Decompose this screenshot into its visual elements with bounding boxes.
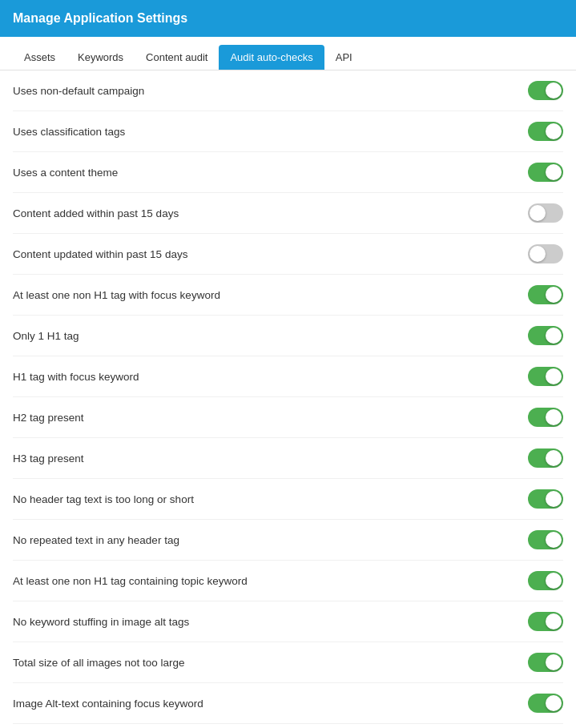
setting-label-no-repeated-text-in-header-tag: No repeated text in any header tag [13,534,179,546]
toggle-track-uses-content-theme [528,163,563,182]
toggle-thumb-uses-non-default-campaign [546,82,562,99]
toggle-no-keyword-stuffing-image-alt-tags[interactable] [528,612,563,631]
toggle-track-at-least-one-non-h1-topic-keyword [528,571,563,590]
setting-row-h3-tag-present: H3 tag present [13,438,563,479]
setting-row-h2-tag-present: H2 tag present [13,397,563,438]
toggle-image-alt-text-containing-focus-keyword[interactable] [528,694,563,713]
toggle-no-header-tag-text-too-long-or-short[interactable] [528,489,563,509]
toggle-total-size-of-all-images-not-too-large[interactable] [528,653,563,672]
page-title: Manage Application Settings [13,11,187,25]
setting-row-image-alt-text-containing-focus-keyword: Image Alt-text containing focus keyword [13,683,563,724]
toggle-thumb-content-added-within-past-15-days [530,205,546,221]
toggle-thumb-total-size-of-all-images-not-too-large [546,654,562,670]
setting-label-uses-classification-tags: Uses classification tags [13,126,125,138]
setting-label-no-header-tag-text-too-long-or-short: No header tag text is too long or short [13,493,194,505]
toggle-no-repeated-text-in-header-tag[interactable] [528,530,563,549]
toggle-thumb-uses-classification-tags [546,123,562,139]
toggle-thumb-at-least-one-non-h1-topic-keyword [546,573,562,589]
setting-row-content-added-within-past-15-days: Content added within past 15 days [13,193,563,234]
setting-label-uses-non-default-campaign: Uses non-default campaign [13,85,144,97]
toggle-track-total-size-of-all-images-not-too-large [528,653,563,672]
toggle-uses-classification-tags[interactable] [528,122,563,141]
toggle-track-image-alt-text-containing-focus-keyword [528,694,563,713]
toggle-content-updated-within-past-15-days[interactable] [528,244,563,263]
tab-api[interactable]: API [324,45,364,70]
toggle-thumb-no-keyword-stuffing-image-alt-tags [546,613,562,629]
setting-label-h2-tag-present: H2 tag present [13,412,84,424]
toggle-track-h2-tag-present [528,408,563,427]
toggle-track-no-header-tag-text-too-long-or-short [528,489,563,509]
toggle-thumb-no-repeated-text-in-header-tag [546,532,562,548]
toggle-h2-tag-present[interactable] [528,408,563,427]
setting-row-at-least-one-non-h1-topic-keyword: At least one non H1 tag containing topic… [13,561,563,601]
setting-label-uses-content-theme: Uses a content theme [13,167,118,179]
page-header: Manage Application Settings [0,0,576,37]
toggle-track-uses-non-default-campaign [528,81,563,100]
toggle-at-least-one-non-h1-focus-keyword[interactable] [528,285,563,304]
setting-row-uses-classification-tags: Uses classification tags [13,111,563,152]
setting-label-no-keyword-stuffing-image-alt-tags: No keyword stuffing in image alt tags [13,616,189,628]
toggle-h1-tag-with-focus-keyword[interactable] [528,367,563,386]
toggle-thumb-content-updated-within-past-15-days [530,246,546,262]
toggle-at-least-one-non-h1-topic-keyword[interactable] [528,571,563,590]
toggle-thumb-only-1-h1-tag [546,328,562,344]
toggle-thumb-image-alt-text-containing-focus-keyword [546,695,562,711]
setting-label-at-least-one-non-h1-focus-keyword: At least one non H1 tag with focus keywo… [13,289,220,301]
setting-row-no-header-tag-text-too-long-or-short: No header tag text is too long or short [13,479,563,520]
toggle-track-at-least-one-non-h1-focus-keyword [528,285,563,304]
toggle-track-no-repeated-text-in-header-tag [528,530,563,549]
page-container: Manage Application Settings AssetsKeywor… [0,0,576,728]
toggle-track-no-keyword-stuffing-image-alt-tags [528,612,563,631]
setting-row-content-updated-within-past-15-days: Content updated within past 15 days [13,234,563,275]
tab-keywords[interactable]: Keywords [66,45,135,70]
setting-label-image-alt-text-containing-focus-keyword: Image Alt-text containing focus keyword [13,698,203,710]
setting-row-no-keyword-stuffing-image-alt-tags: No keyword stuffing in image alt tags [13,601,563,642]
toggle-track-content-updated-within-past-15-days [528,244,563,263]
setting-row-at-least-one-non-h1-focus-keyword: At least one non H1 tag with focus keywo… [13,275,563,316]
toggle-thumb-no-header-tag-text-too-long-or-short [546,491,562,507]
toggle-thumb-h3-tag-present [546,450,562,466]
setting-row-not-too-many-images-on-page: Not too many images on page [13,724,563,728]
setting-row-total-size-of-all-images-not-too-large: Total size of all images not too large [13,642,563,683]
setting-label-h1-tag-with-focus-keyword: H1 tag with focus keyword [13,371,139,383]
toggle-only-1-h1-tag[interactable] [528,326,563,345]
setting-row-no-repeated-text-in-header-tag: No repeated text in any header tag [13,520,563,561]
toggle-track-content-added-within-past-15-days [528,203,563,223]
setting-label-at-least-one-non-h1-topic-keyword: At least one non H1 tag containing topic… [13,575,248,587]
toggle-thumb-h2-tag-present [546,409,562,425]
tab-assets[interactable]: Assets [13,45,66,70]
setting-label-content-added-within-past-15-days: Content added within past 15 days [13,207,179,219]
setting-label-total-size-of-all-images-not-too-large: Total size of all images not too large [13,657,185,669]
toggle-thumb-h1-tag-with-focus-keyword [546,368,562,384]
tab-audit-auto-checks[interactable]: Audit auto-checks [219,45,324,70]
toggle-thumb-at-least-one-non-h1-focus-keyword [546,287,562,303]
tab-content-audit[interactable]: Content audit [135,45,219,70]
toggle-uses-non-default-campaign[interactable] [528,81,563,100]
setting-label-content-updated-within-past-15-days: Content updated within past 15 days [13,248,187,260]
toggle-content-added-within-past-15-days[interactable] [528,203,563,223]
tabs-bar: AssetsKeywordsContent auditAudit auto-ch… [0,37,576,70]
toggle-track-only-1-h1-tag [528,326,563,345]
toggle-track-h1-tag-with-focus-keyword [528,367,563,386]
toggle-thumb-uses-content-theme [546,164,562,180]
setting-row-uses-non-default-campaign: Uses non-default campaign [13,70,563,111]
setting-row-uses-content-theme: Uses a content theme [13,152,563,193]
setting-row-only-1-h1-tag: Only 1 H1 tag [13,316,563,356]
setting-label-only-1-h1-tag: Only 1 H1 tag [13,330,79,342]
toggle-h3-tag-present[interactable] [528,448,563,468]
toggle-uses-content-theme[interactable] [528,163,563,182]
settings-list: Uses non-default campaignUses classifica… [0,70,576,728]
setting-row-h1-tag-with-focus-keyword: H1 tag with focus keyword [13,356,563,397]
toggle-track-uses-classification-tags [528,122,563,141]
setting-label-h3-tag-present: H3 tag present [13,452,84,465]
toggle-track-h3-tag-present [528,448,563,468]
